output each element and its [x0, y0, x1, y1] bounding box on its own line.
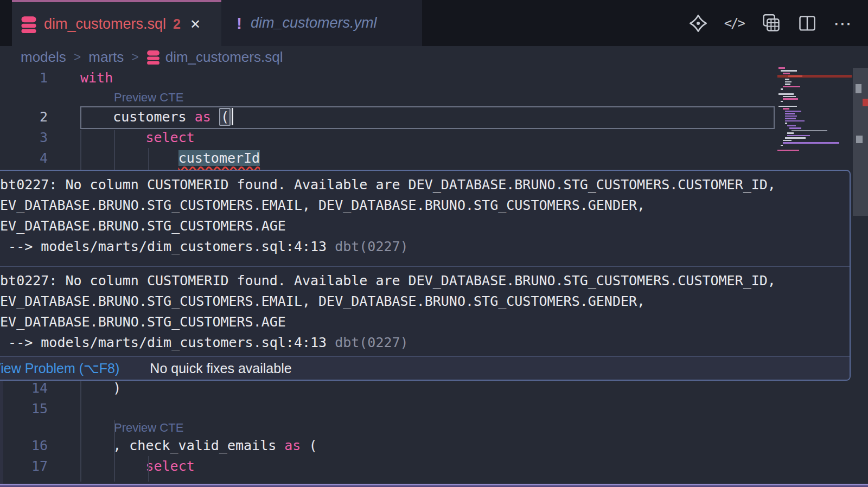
editor-left-edge [0, 381, 3, 484]
editor-window: dim_customers.sql 2 ✕ ! dim_customers.ym… [0, 0, 868, 487]
panel-top-border [0, 484, 868, 487]
indent-guide [80, 130, 81, 170]
line-number: 14 [0, 378, 48, 399]
error-location-line: --> models/marts/dim_customers.sql:4:13 … [0, 332, 850, 353]
text-cursor [232, 108, 233, 125]
code-line[interactable]: 14 ) [0, 378, 777, 399]
error-message-line: DEV_DATABASE.BRUNO.STG_CUSTOMERS.EMAIL, … [0, 195, 850, 216]
code-text: select [80, 127, 195, 148]
line-number: 1 [0, 68, 48, 88]
no-quick-fixes-text: No quick fixes available [150, 361, 291, 376]
line-number: 2 [0, 107, 48, 127]
code-line[interactable]: 3 select [0, 127, 777, 148]
error-location-line: --> models/marts/dim_customers.sql:4:13 … [0, 236, 850, 257]
code-line[interactable]: 4 customerId [0, 148, 777, 169]
hover-status-bar: View Problem (⌥F8) No quick fixes availa… [0, 357, 850, 380]
minimap[interactable] [777, 67, 852, 161]
error-message-line: dbt0227: No column CUSTOMERID found. Ava… [0, 271, 850, 291]
error-source: dbt(0227) [335, 239, 408, 254]
overview-ruler-marker [856, 136, 863, 143]
view-problem-link[interactable]: View Problem (⌥F8) [0, 361, 119, 376]
code-text: customers as ( [80, 107, 233, 127]
error-message-line: DEV_DATABASE.BRUNO.STG_CUSTOMERS.AGE [0, 216, 850, 236]
line-number: 15 [0, 399, 48, 419]
indent-guide [80, 381, 81, 482]
code-text: ) [80, 378, 121, 399]
indent-guide [114, 130, 115, 170]
line-number: 17 [0, 456, 48, 477]
code-line[interactable]: 15 [0, 399, 777, 419]
code-line[interactable]: 16 , check_valid_emails as ( [0, 435, 777, 456]
indent-guide [148, 456, 149, 482]
code-text: with [80, 68, 113, 88]
code-line[interactable]: 17 select [0, 456, 777, 477]
error-message-line: DEV_DATABASE.BRUNO.STG_CUSTOMERS.AGE [0, 312, 850, 332]
code-line[interactable]: 1with [0, 68, 777, 88]
error-message-block: dbt0227: No column CUSTOMERID found. Ava… [0, 267, 850, 357]
line-number: 4 [0, 148, 48, 169]
code-text: select [80, 456, 195, 477]
error-message-line: DEV_DATABASE.BRUNO.STG_CUSTOMERS.EMAIL, … [0, 291, 850, 312]
code-text: customerId [80, 148, 260, 169]
code-text: , check_valid_emails as ( [80, 435, 317, 456]
indent-guide [114, 420, 115, 482]
error-message-line: dbt0227: No column CUSTOMERID found. Ava… [0, 175, 850, 195]
error-message-block: dbt0227: No column CUSTOMERID found. Ava… [0, 171, 850, 267]
code-line[interactable]: 2 customers as ( [0, 107, 777, 127]
indent-guide [148, 148, 149, 170]
line-number: 16 [0, 435, 48, 456]
error-hover-popup: dbt0227: No column CUSTOMERID found. Ava… [0, 170, 851, 381]
code-lens-preview-cte[interactable]: Preview CTE [114, 90, 183, 105]
overview-ruler-marker [856, 84, 861, 93]
code-lens-preview-cte[interactable]: Preview CTE [114, 420, 183, 435]
error-source: dbt(0227) [335, 335, 408, 350]
overview-ruler-marker [863, 99, 868, 106]
line-number: 3 [0, 127, 48, 148]
